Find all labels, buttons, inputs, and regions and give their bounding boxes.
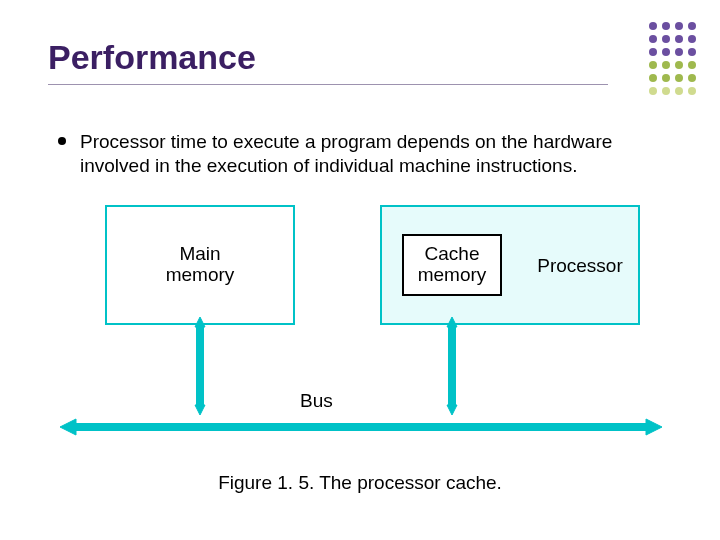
slide: Performance Processor time to execute a …	[0, 0, 720, 540]
arrows-svg	[0, 0, 720, 540]
cache-bus-arrow-icon	[447, 317, 457, 415]
svg-marker-0	[195, 317, 205, 327]
svg-marker-2	[195, 405, 205, 415]
svg-rect-4	[448, 327, 456, 405]
svg-rect-1	[196, 327, 204, 405]
diagram-area: Main memory Cache memory Processor	[0, 0, 720, 540]
svg-marker-3	[447, 317, 457, 327]
svg-marker-8	[646, 419, 662, 435]
figure-caption: Figure 1. 5. The processor cache.	[0, 472, 720, 494]
svg-marker-6	[60, 419, 76, 435]
main-memory-bus-arrow-icon	[195, 317, 205, 415]
svg-marker-5	[447, 405, 457, 415]
bus-label: Bus	[300, 390, 333, 412]
svg-rect-7	[76, 423, 646, 431]
bus-arrow-icon	[60, 419, 662, 435]
